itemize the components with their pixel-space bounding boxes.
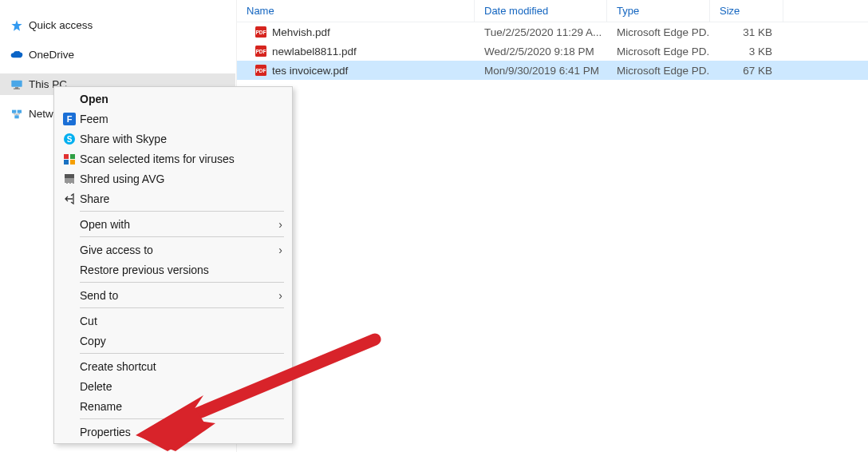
nav-onedrive[interactable]: OneDrive (0, 44, 235, 65)
ctx-label: Rename (80, 400, 284, 413)
svg-text:PDF: PDF (256, 30, 266, 35)
file-size: 67 KB (710, 65, 783, 77)
file-list-area: Name Date modified Type Size PDFMehvish.… (236, 0, 868, 452)
ctx-rename[interactable]: Rename (54, 396, 292, 416)
header-name-label: Name (247, 5, 274, 17)
ctx-label: Open with (80, 218, 284, 231)
pc-icon (10, 77, 24, 92)
separator (80, 353, 284, 354)
file-date: Wed/2/5/2020 9:18 PM (475, 46, 607, 57)
ctx-label: Open (80, 93, 284, 105)
file-size: 31 KB (710, 26, 783, 38)
nav-quick-access[interactable]: Quick access (0, 14, 235, 36)
svg-rect-16 (64, 154, 69, 159)
file-name: tes invoicew.pdf (272, 65, 348, 77)
nav-label: Netw (29, 108, 53, 120)
ctx-label: Properties (80, 426, 284, 438)
ctx-label: Restore previous versions (80, 264, 284, 276)
ctx-label: Cut (80, 315, 284, 327)
ctx-share-skype[interactable]: S Share with Skype (54, 129, 292, 149)
file-row[interactable]: PDFtes invoicew.pdfMon/9/30/2019 6:41 PM… (237, 61, 868, 80)
ctx-label: Feem (80, 113, 284, 125)
header-name[interactable]: Name (237, 0, 475, 22)
ctx-send-to[interactable]: Send to › (54, 285, 292, 305)
star-icon (10, 18, 24, 33)
blank-icon (62, 399, 77, 414)
ctx-label: Send to (80, 289, 284, 302)
column-headers: Name Date modified Type Size (237, 0, 868, 22)
svg-rect-5 (14, 115, 18, 118)
blank-icon (62, 379, 77, 394)
chevron-right-icon: › (278, 218, 282, 231)
ctx-open[interactable]: Open (54, 89, 292, 109)
blank-icon (62, 217, 77, 232)
blank-icon (62, 334, 77, 348)
ctx-copy[interactable]: Copy (54, 331, 292, 351)
ctx-cut[interactable]: Cut (54, 311, 292, 331)
nav-label: OneDrive (29, 49, 74, 61)
ctx-label: Share (80, 192, 284, 205)
svg-rect-3 (12, 109, 16, 113)
chevron-right-icon: › (278, 244, 282, 256)
separator (80, 211, 284, 212)
file-row[interactable]: PDFMehvish.pdfTue/2/25/2020 11:29 A...Mi… (237, 22, 868, 42)
ctx-label: Give access to (80, 244, 284, 256)
ctx-label: Scan selected items for viruses (80, 153, 284, 165)
ctx-scan-viruses[interactable]: Scan selected items for viruses (54, 149, 292, 169)
svg-rect-0 (11, 80, 22, 86)
context-menu: Open F Feem S Share with Skype Scan sele… (53, 86, 293, 444)
svg-rect-2 (14, 88, 20, 89)
blank-icon (62, 92, 77, 106)
ctx-label: Create shortcut (80, 360, 284, 373)
header-date-label: Date modified (484, 5, 548, 17)
header-type-label: Type (617, 5, 639, 17)
file-size: 3 KB (710, 46, 783, 57)
pdf-icon: PDF (254, 64, 267, 77)
ctx-delete[interactable]: Delete (54, 376, 292, 396)
header-type[interactable]: Type (607, 0, 710, 22)
blank-icon (62, 314, 77, 328)
pdf-icon: PDF (254, 45, 267, 57)
pdf-icon: PDF (254, 26, 267, 38)
blank-icon (62, 425, 77, 439)
file-row[interactable]: PDFnewlabel8811.pdfWed/2/5/2020 9:18 PMM… (237, 42, 868, 61)
cloud-icon (10, 48, 24, 62)
blank-icon (62, 243, 77, 257)
separator (80, 307, 284, 308)
ctx-open-with[interactable]: Open with › (54, 214, 292, 234)
ctx-properties[interactable]: Properties (54, 422, 292, 442)
ctx-restore-previous[interactable]: Restore previous versions (54, 260, 292, 280)
ctx-label: Share with Skype (80, 133, 284, 145)
file-type: Microsoft Edge PD... (607, 46, 710, 57)
svg-rect-17 (70, 154, 75, 159)
blank-icon (62, 359, 77, 374)
blank-icon (62, 263, 77, 277)
header-date[interactable]: Date modified (475, 0, 607, 22)
ctx-shred[interactable]: Shred using AVG (54, 169, 292, 188)
file-name: Mehvish.pdf (272, 26, 330, 38)
shred-icon (62, 172, 77, 186)
separator (80, 236, 284, 237)
feem-icon: F (62, 112, 77, 126)
file-date: Tue/2/25/2020 11:29 A... (475, 26, 607, 38)
separator (80, 282, 284, 283)
svg-rect-18 (64, 160, 69, 165)
ctx-create-shortcut[interactable]: Create shortcut (54, 356, 292, 376)
header-size-label: Size (720, 5, 740, 17)
ctx-label: Copy (80, 335, 284, 347)
share-icon (62, 192, 77, 206)
ctx-label: Shred using AVG (80, 172, 284, 185)
svg-rect-4 (18, 109, 22, 113)
svg-text:S: S (67, 135, 73, 144)
header-size[interactable]: Size (710, 0, 783, 22)
chevron-right-icon: › (278, 289, 282, 302)
svg-text:PDF: PDF (256, 68, 266, 73)
svg-rect-19 (70, 160, 75, 165)
ctx-feem[interactable]: F Feem (54, 109, 292, 129)
ctx-share[interactable]: Share (54, 188, 292, 208)
skype-icon: S (62, 132, 77, 146)
ctx-give-access[interactable]: Give access to › (54, 240, 292, 260)
file-name: newlabel8811.pdf (272, 46, 357, 57)
svg-text:F: F (67, 114, 73, 124)
svg-rect-20 (65, 174, 74, 178)
